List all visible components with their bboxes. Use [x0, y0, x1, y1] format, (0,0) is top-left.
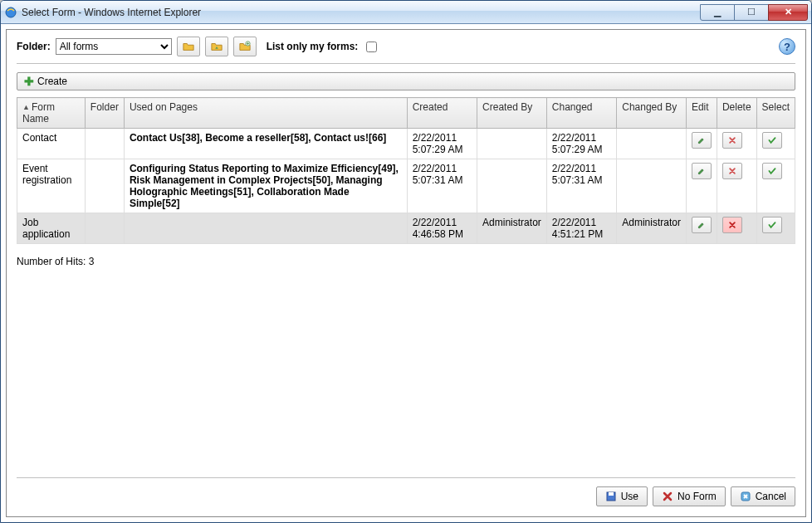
forms-table: ▲Form Name Folder Used on Pages Created … [17, 97, 795, 244]
cell-folder [85, 159, 124, 213]
cell-changed: 2/22/2011 5:07:31 AM [546, 159, 616, 213]
cell-changed-by [617, 129, 687, 159]
col-folder[interactable]: Folder [85, 98, 124, 129]
cell-created-by [477, 159, 547, 213]
window-buttons: ▁ ☐ ✕ [701, 4, 808, 21]
col-delete: Delete [717, 98, 756, 129]
edit-button[interactable] [692, 217, 712, 233]
close-button[interactable]: ✕ [768, 4, 808, 21]
minimize-button[interactable]: ▁ [700, 4, 735, 21]
select-button[interactable] [762, 217, 782, 233]
select-button[interactable] [762, 163, 782, 179]
save-icon [605, 491, 617, 502]
dialog-content: Folder: All forms List only my forms: ? … [6, 29, 806, 517]
edit-button[interactable] [692, 132, 712, 149]
use-button[interactable]: Use [596, 486, 648, 506]
help-icon: ? [784, 41, 790, 53]
table-row: Event registration Configuring Status Re… [17, 159, 795, 213]
folder-new-button[interactable] [233, 37, 257, 56]
delete-button[interactable] [722, 163, 742, 179]
cell-changed: 2/22/2011 5:07:29 AM [546, 129, 616, 159]
cell-created-by [477, 129, 547, 159]
cell-folder [85, 129, 124, 159]
window: Select Form - Windows Internet Explorer … [0, 0, 812, 523]
table-row: Job application 2/22/2011 4:46:58 PM Adm… [17, 213, 795, 244]
col-select: Select [756, 98, 795, 129]
delete-button[interactable] [722, 132, 742, 149]
window-title: Select Form - Windows Internet Explorer [22, 7, 701, 18]
cell-pages: Contact Us[38], Become a reseller[58], C… [124, 129, 407, 159]
col-changed[interactable]: Changed [546, 98, 616, 129]
folder-open-button[interactable] [177, 37, 200, 56]
edit-button[interactable] [692, 163, 712, 179]
cell-changed-by [617, 159, 687, 213]
cell-pages [124, 213, 407, 244]
cell-pages: Configuring Status Reporting to Maximize… [124, 159, 407, 213]
cell-created: 2/22/2011 5:07:29 AM [407, 129, 477, 159]
folder-select[interactable]: All forms [56, 38, 172, 55]
x-icon [662, 491, 673, 502]
table-row: Contact Contact Us[38], Become a reselle… [17, 129, 795, 159]
cell-name: Job application [17, 213, 86, 244]
cell-changed: 2/22/2011 4:51:21 PM [546, 213, 616, 244]
help-button[interactable]: ? [779, 38, 795, 55]
cell-name: Contact [17, 129, 86, 159]
list-only-checkbox[interactable] [366, 42, 377, 52]
ie-icon [4, 6, 17, 19]
cancel-icon [740, 491, 751, 502]
cell-name: Event registration [17, 159, 86, 213]
sort-asc-icon: ▲ [22, 103, 30, 111]
cell-created-by: Administrator [477, 213, 547, 244]
hits-label: Number of Hits: 3 [17, 256, 795, 267]
separator [17, 63, 795, 64]
maximize-button[interactable]: ☐ [734, 4, 769, 21]
create-label: Create [37, 76, 67, 87]
cell-folder [85, 213, 124, 244]
col-used-on-pages[interactable]: Used on Pages [124, 98, 407, 129]
list-only-label: List only my forms: [267, 41, 359, 52]
delete-button[interactable] [722, 217, 742, 233]
col-edit: Edit [686, 98, 717, 129]
toolbar: Folder: All forms List only my forms: ? [17, 37, 795, 60]
titlebar: Select Form - Windows Internet Explorer … [1, 1, 811, 24]
cell-created: 2/22/2011 5:07:31 AM [407, 159, 477, 213]
select-button[interactable] [762, 132, 782, 149]
plus-icon: ✚ [24, 76, 34, 87]
col-created[interactable]: Created [407, 98, 477, 129]
col-changed-by[interactable]: Changed By [617, 98, 687, 129]
footer: Use No Form Cancel [17, 477, 795, 506]
create-button[interactable]: ✚ Create [17, 72, 795, 90]
folder-label: Folder: [17, 41, 51, 52]
cell-changed-by: Administrator [617, 213, 687, 244]
folder-up-button[interactable] [205, 37, 228, 56]
svg-rect-3 [609, 492, 614, 496]
col-created-by[interactable]: Created By [477, 98, 547, 129]
cancel-button[interactable]: Cancel [731, 486, 795, 506]
cell-created: 2/22/2011 4:46:58 PM [407, 213, 477, 244]
col-form-name[interactable]: ▲Form Name [17, 98, 86, 129]
no-form-button[interactable]: No Form [653, 486, 726, 506]
